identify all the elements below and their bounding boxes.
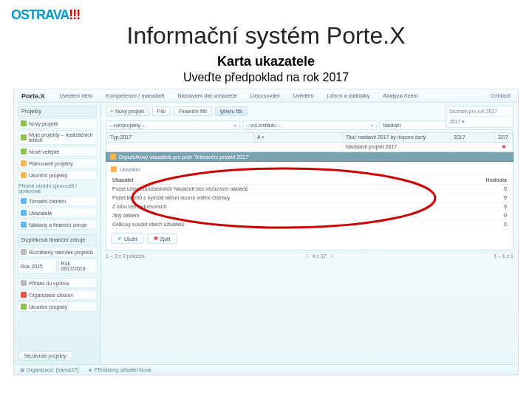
grid-head-cell: 2017 [451, 133, 495, 142]
nav-item[interactable]: Líčení a statistiky [327, 92, 370, 99]
app-topbar: Porte.X Uvedení dění Kompetence / manaže… [14, 89, 518, 103]
tab-button[interactable]: ▸ Nový projekt [106, 106, 149, 116]
nav-item[interactable]: Nastavení dat uchazeče [177, 92, 236, 99]
nav-item[interactable]: Uvedení dění [60, 92, 93, 99]
tab-button-selected[interactable]: tyberu fiší [215, 106, 248, 116]
pager-next-icon[interactable]: › [331, 253, 332, 259]
sidebar-item-year[interactable]: Rok 2017/2018 [58, 259, 98, 273]
th-value: Hodnota [463, 177, 507, 183]
portex-app-window: Porte.X Uvedení dění Kompetence / manaže… [13, 89, 519, 375]
plan-icon [21, 160, 27, 166]
panel-icon [110, 154, 116, 160]
grid-head-cell: 32/7 [495, 133, 513, 142]
sidebar-item[interactable]: Nové veřejné [18, 146, 97, 157]
pager-pos: 4 z 37 [313, 253, 327, 259]
pager-info: 1 – 3 z 3 položek [106, 253, 145, 259]
doc-icon [21, 120, 27, 126]
pager-prev-icon[interactable]: ‹ [306, 253, 307, 259]
indicator-card: Ukazatel Ukazatel Hodnota Počet uživatel… [106, 162, 514, 250]
panel-label: Seznam pro rok 2017 [449, 109, 510, 117]
pager-info-right: 1 – 1 z 1 [494, 253, 514, 259]
sidebar-block-title: Doplňková finanční zdroje [18, 234, 97, 245]
table-row[interactable]: Počet uživatelů/účastníků/ Nadačně bez o… [111, 185, 508, 194]
user-icon: ☻ [87, 367, 92, 372]
ostrava-logo: OSTRAVA!!! [11, 7, 80, 23]
topic-icon [21, 222, 27, 228]
filter-icon[interactable]: ▾ [262, 134, 265, 140]
sidebar-item[interactable]: Rozdělený nabídek projektů [18, 247, 97, 257]
sidebar-item[interactable]: Ukazatelé [18, 208, 97, 218]
app-brand: Porte.X [21, 92, 45, 100]
grid-row[interactable]: Nadstavil projekt 2017 ✖ [106, 143, 514, 152]
tab-button[interactable]: Fiší [152, 106, 171, 116]
table-header: Ukazatel Hodnota [111, 176, 508, 185]
year-select-panel: Seznam pro rok 2017 2017 ▾ [446, 106, 514, 128]
nav-item[interactable]: Kompetence / manažeři [106, 92, 164, 99]
th-label: Ukazatel [112, 177, 463, 183]
status-org: Organizace: [námsí17] [27, 367, 78, 372]
table-row[interactable]: Celkový součet všech uživatelů0 [111, 220, 508, 229]
doc-icon [21, 304, 27, 310]
grid-head-cell: A ▾ [254, 133, 343, 142]
sidebar-item-year[interactable]: Rok 2015 [18, 259, 57, 273]
tab-button[interactable]: Finanční fiší [174, 106, 212, 116]
doc-icon: ▸ [111, 108, 114, 114]
sidebar-item[interactable]: Náklady a finanční zdroje [18, 219, 97, 230]
slide-subtitle-2: Uveďte předpoklad na rok 2017 [0, 71, 532, 84]
doc-icon [21, 149, 27, 154]
sidebar-item[interactable]: Organizace obsloví [18, 290, 97, 300]
sidebar-title: Projekty [18, 106, 97, 117]
topic-icon [21, 210, 27, 216]
table-row[interactable]: Jiný celkem0 [111, 211, 508, 220]
sidebar-item[interactable]: Moje projekty – realizačních letech [18, 130, 97, 145]
sidebar-item[interactable]: Přihlás do výchov [18, 278, 97, 288]
slide-subtitle-1: Karta ukazatele [0, 54, 532, 69]
building-icon: ▣ [20, 367, 25, 373]
panel-title: Dopufuřkový ukazatelé pro prok 'Toleranč… [119, 154, 249, 160]
sidebar-item[interactable]: Nový projekt [18, 118, 97, 129]
save-button[interactable]: ✔Uložit [111, 233, 144, 244]
sidebar-item[interactable]: Plánované projekty [18, 158, 97, 168]
check-icon: ✔ [117, 236, 122, 242]
expandable-panel-header[interactable]: Dopufuřkový ukazatelé pro prok 'Toleranč… [106, 152, 514, 162]
close-icon: ✖ [154, 236, 158, 242]
inner-section-header[interactable]: Ukazatel [111, 165, 508, 174]
filter-dropdown[interactable]: – vol.institutu –▾ [242, 120, 377, 130]
status-user: Přihlášený uživatel Nová [95, 367, 151, 372]
pager: 1 – 3 z 3 položek ‹ 4 z 37 › 1 – 1 z 1 [106, 253, 514, 259]
table-row[interactable]: Z toho bez bytu/homích0 [111, 202, 508, 211]
sidebar-bottom-button[interactable]: Nezávislé projekty [18, 351, 73, 361]
year-dropdown[interactable]: 2017 ▾ [449, 119, 510, 125]
grid-head-cell: Titul; nastavit 2017 by doporu čený [343, 133, 451, 142]
nav-item[interactable]: Analýza řízení [383, 92, 418, 99]
slide-title: Informační systém Porte.X [0, 22, 532, 50]
nav-item[interactable]: Lincosování [250, 92, 280, 99]
doc-icon [21, 134, 27, 140]
main-content: ▸ Nový projekt Fiší Finanční fiší tyberu… [101, 103, 518, 364]
cancel-button[interactable]: ✖Zpět [147, 233, 177, 244]
topic-icon [21, 198, 27, 204]
sidebar-item[interactable]: Tématní členění [18, 196, 97, 206]
table-row[interactable]: Počet klientů z byd/zlé nktvní doorní vn… [111, 194, 508, 202]
login-icon [21, 280, 27, 286]
chevron-down-icon: ▾ [234, 123, 236, 128]
grid-header: 'Typ.2017' A ▾ Titul; nastavit 2017 by d… [106, 132, 514, 143]
filter-dropdown[interactable]: – rok/projekty –▾ [106, 120, 240, 130]
sidebar-item[interactable]: Ukonční projekty [18, 301, 97, 312]
org-icon [21, 292, 27, 298]
close-icon[interactable]: ✖ [495, 143, 513, 151]
statusbar: ▣ Organizace: [námsí17] ☻ Přihlášený uži… [14, 364, 518, 375]
chevron-down-icon: ▾ [371, 123, 373, 128]
logout-link[interactable]: Odhlásit [490, 92, 511, 99]
nav-item[interactable]: Uvědění [293, 92, 314, 99]
sidebar-note: Přesné období zprovoztit / opravovat [18, 182, 97, 196]
section-icon [111, 166, 117, 172]
plan-icon [21, 172, 27, 178]
grid-head-cell: 'Typ.2017' [106, 133, 254, 142]
sidebar: Projekty Nový projekt Moje projekty – re… [14, 103, 101, 375]
sidebar-item[interactable]: Ukonční projekty [18, 170, 97, 180]
split-icon [21, 249, 27, 255]
